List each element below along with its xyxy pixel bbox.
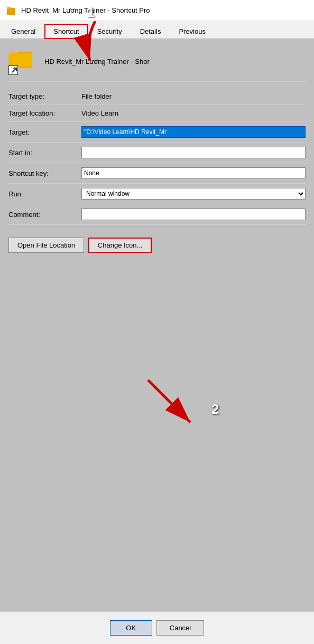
- tab-bar: General Shortcut Security Details Previo…: [0, 21, 314, 39]
- run-label: Run:: [8, 190, 77, 198]
- change-icon-button[interactable]: Change Icon...: [88, 238, 152, 253]
- shortcut-key-input[interactable]: [81, 167, 306, 179]
- target-type-label: Target type:: [8, 92, 77, 100]
- target-type-value: File folder: [81, 92, 306, 100]
- dialog-buttons: OK Cancel: [0, 611, 314, 644]
- comment-input[interactable]: [81, 209, 306, 220]
- tab-shortcut[interactable]: Shortcut: [44, 24, 88, 39]
- comment-row: Comment:: [8, 204, 306, 225]
- target-label: Target:: [8, 128, 77, 136]
- shortcut-key-label: Shortcut key:: [8, 169, 77, 177]
- start-in-input[interactable]: [81, 147, 306, 158]
- tab-general[interactable]: General: [2, 24, 44, 39]
- target-location-value: Video Learn: [81, 109, 306, 117]
- start-in-label: Start in:: [8, 149, 77, 157]
- svg-rect-1: [7, 7, 11, 9]
- svg-line-5: [12, 68, 16, 72]
- file-icon-container: [8, 48, 38, 75]
- window-title: HD Revit_Mr Lương Trainer - Shortcut Pro: [21, 6, 150, 14]
- tab-details[interactable]: Details: [131, 24, 170, 39]
- tab-security[interactable]: Security: [88, 24, 131, 39]
- cancel-button[interactable]: Cancel: [156, 620, 204, 636]
- svg-rect-4: [9, 53, 32, 67]
- target-row: Target:: [8, 122, 306, 143]
- tab-content: HD Revit_Mr Lương Trainer - Shor Target …: [0, 39, 314, 611]
- target-location-row: Target location: Video Learn: [8, 105, 306, 122]
- shortcut-key-row: Shortcut key:: [8, 163, 306, 184]
- target-input[interactable]: [81, 126, 306, 138]
- action-buttons: Open File Location Change Icon...: [8, 233, 306, 253]
- run-row: Run: Normal window Minimized Maximized: [8, 184, 306, 204]
- file-display-name: HD Revit_Mr Lương Trainer - Shor: [44, 58, 306, 65]
- annotation-number-2: 2: [211, 401, 219, 418]
- target-type-row: Target type: File folder: [8, 88, 306, 105]
- title-bar: HD Revit_Mr Lương Trainer - Shortcut Pro: [0, 0, 314, 21]
- window-icon: [6, 5, 17, 16]
- shortcut-badge: [8, 65, 18, 75]
- tab-previous[interactable]: Previous: [170, 24, 215, 39]
- annotation-number-1: 1: [87, 4, 95, 21]
- comment-label: Comment:: [8, 211, 77, 219]
- run-select[interactable]: Normal window Minimized Maximized: [81, 188, 306, 200]
- open-file-location-button[interactable]: Open File Location: [8, 238, 84, 253]
- target-location-label: Target location:: [8, 109, 77, 117]
- ok-button[interactable]: OK: [110, 620, 152, 636]
- start-in-row: Start in:: [8, 143, 306, 163]
- file-header-row: HD Revit_Mr Lương Trainer - Shor: [8, 48, 306, 82]
